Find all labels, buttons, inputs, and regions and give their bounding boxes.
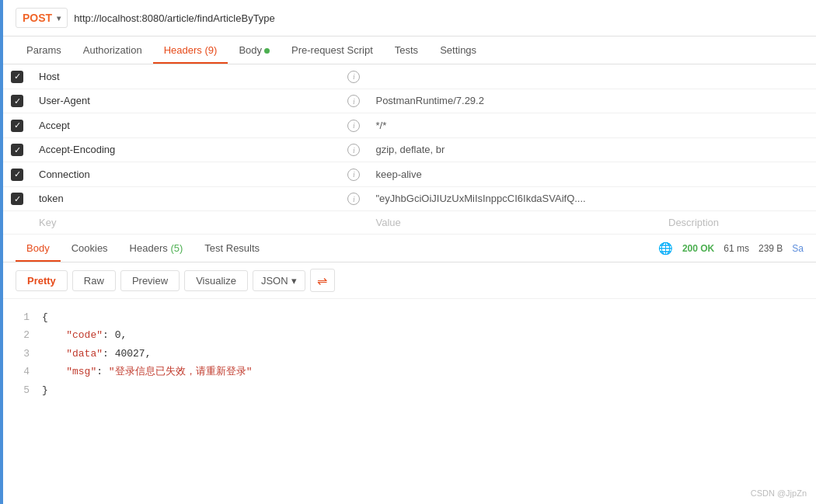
info-icon: i: [340, 137, 368, 162]
tab-response-test-results[interactable]: Test Results: [194, 235, 270, 262]
header-checkbox[interactable]: ✓: [3, 186, 31, 211]
tab-prerequest[interactable]: Pre-request Script: [281, 36, 384, 64]
header-description[interactable]: [661, 64, 816, 89]
headers-table: ✓ Host i ✓ User-Agent i PostmanRuntime/7…: [3, 64, 816, 235]
header-key[interactable]: Accept: [31, 113, 340, 138]
header-value[interactable]: "eyJhbGciOiJIUzUxMiIsInppcCI6IkdaSVAifQ.…: [368, 186, 661, 211]
response-tab-nav: Body Cookies Headers (5) Test Results 🌐 …: [3, 235, 816, 262]
header-key[interactable]: User-Agent: [31, 89, 340, 113]
header-description[interactable]: [661, 186, 816, 211]
request-tab-nav: Params Authorization Headers (9) Body Pr…: [3, 36, 816, 64]
header-key[interactable]: Host: [31, 64, 340, 89]
placeholder-key: Key: [31, 211, 340, 235]
info-icon: i: [340, 162, 368, 187]
line-number: 4: [16, 363, 30, 381]
header-key[interactable]: Connection: [31, 162, 340, 187]
response-status: 🌐 200 OK 61 ms 239 B Sa: [658, 242, 804, 255]
table-row: ✓ Connection i keep-alive: [3, 162, 816, 187]
status-size: 239 B: [758, 243, 783, 254]
info-icon: i: [340, 186, 368, 211]
placeholder-desc: Description: [661, 211, 816, 235]
header-key[interactable]: Accept-Encoding: [31, 137, 340, 162]
code-line: 4 "msg": "登录信息已失效，请重新登录": [16, 363, 804, 381]
tab-authorization[interactable]: Authorization: [72, 36, 153, 64]
table-row: ✓ User-Agent i PostmanRuntime/7.29.2: [3, 89, 816, 113]
code-view: 1 { 2 "code": 0, 3 "data": 40027, 4 "msg…: [3, 299, 816, 408]
body-dot-indicator: [264, 48, 270, 54]
header-key[interactable]: token: [31, 186, 340, 211]
header-value[interactable]: [368, 64, 661, 89]
table-row: ✓ Accept i */*: [3, 113, 816, 138]
wrap-button[interactable]: ⇌: [310, 269, 335, 292]
header-checkbox[interactable]: ✓: [3, 162, 31, 187]
code-line: 5 }: [16, 381, 804, 399]
globe-icon: 🌐: [658, 242, 673, 255]
tab-body[interactable]: Body: [228, 36, 281, 64]
tab-params[interactable]: Params: [16, 36, 72, 64]
url-input[interactable]: [74, 12, 804, 24]
line-number: 2: [16, 326, 30, 344]
tab-headers[interactable]: Headers (9): [153, 36, 228, 64]
status-time: 61 ms: [724, 243, 749, 254]
info-icon: i: [340, 89, 368, 113]
tab-settings[interactable]: Settings: [429, 36, 487, 64]
header-description[interactable]: [661, 137, 816, 162]
header-value[interactable]: */*: [368, 113, 661, 138]
header-value[interactable]: gzip, deflate, br: [368, 137, 661, 162]
info-icon: i: [340, 113, 368, 138]
code-line: 3 "data": 40027,: [16, 345, 804, 363]
headers-placeholder-row: Key Value Description: [3, 211, 816, 235]
table-row: ✓ token i "eyJhbGciOiJIUzUxMiIsInppcCI6I…: [3, 186, 816, 211]
tab-tests[interactable]: Tests: [384, 36, 429, 64]
status-ok: 200 OK: [682, 243, 714, 254]
format-toolbar: Pretty Raw Preview Visualize JSON ▾ ⇌: [3, 262, 816, 299]
table-row: ✓ Accept-Encoding i gzip, deflate, br: [3, 137, 816, 162]
method-selector[interactable]: POST ▾: [16, 8, 68, 28]
line-number: 1: [16, 308, 30, 326]
header-checkbox[interactable]: ✓: [3, 64, 31, 89]
header-description[interactable]: [661, 113, 816, 138]
header-checkbox[interactable]: ✓: [3, 113, 31, 138]
json-chevron-icon: ▾: [291, 275, 297, 287]
placeholder-value: Value: [368, 211, 661, 235]
json-format-selector[interactable]: JSON ▾: [253, 270, 305, 291]
code-line: 2 "code": 0,: [16, 326, 804, 344]
format-pretty-button[interactable]: Pretty: [16, 270, 68, 291]
tab-response-headers[interactable]: Headers (5): [119, 235, 194, 262]
header-value[interactable]: keep-alive: [368, 162, 661, 187]
format-visualize-button[interactable]: Visualize: [184, 270, 248, 291]
header-description[interactable]: [661, 89, 816, 113]
header-value[interactable]: PostmanRuntime/7.29.2: [368, 89, 661, 113]
format-preview-button[interactable]: Preview: [120, 270, 180, 291]
status-save[interactable]: Sa: [792, 243, 804, 254]
table-row: ✓ Host i: [3, 64, 816, 89]
line-number: 5: [16, 381, 30, 399]
method-chevron-icon: ▾: [57, 14, 61, 23]
left-accent-bar: [0, 0, 3, 408]
method-label: POST: [23, 12, 52, 24]
code-line: 1 {: [16, 308, 804, 326]
info-icon: i: [340, 64, 368, 89]
tab-response-body[interactable]: Body: [16, 235, 61, 262]
line-number: 3: [16, 345, 30, 363]
tab-response-cookies[interactable]: Cookies: [61, 235, 119, 262]
url-bar: POST ▾: [3, 0, 816, 36]
header-checkbox[interactable]: ✓: [3, 137, 31, 162]
format-raw-button[interactable]: Raw: [72, 270, 116, 291]
header-checkbox[interactable]: ✓: [3, 89, 31, 113]
header-description[interactable]: [661, 162, 816, 187]
